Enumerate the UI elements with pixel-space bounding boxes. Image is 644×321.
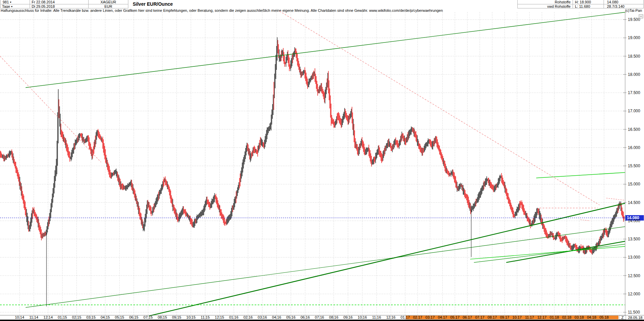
main-pink-diagonal [280, 11, 600, 205]
x-axis-label: 02.17 [413, 315, 422, 319]
y-axis-label: 12.000 [628, 292, 640, 296]
x-axis-label: 02.18 [562, 315, 572, 319]
y-axis-label: 17.000 [628, 109, 640, 113]
short-support-thick-green [506, 241, 625, 263]
y-axis-label: 19.000 [628, 35, 640, 40]
upper-channel-green [26, 12, 625, 88]
zoom-cell-label: Z [621, 316, 624, 320]
y-axis: 19.50019.00018.50018.00017.50017.00016.5… [623, 12, 640, 320]
x-axis-label: 01.18 [550, 315, 559, 319]
x-axis-label: 12.16 [386, 315, 396, 319]
x-axis-label: 04.16 [272, 315, 281, 319]
pink-short-segment [580, 220, 590, 221]
x-axis-label: 02.15 [72, 315, 82, 319]
collapse-axis-button[interactable] [639, 14, 643, 18]
x-axis-label: 11.16 [372, 315, 381, 319]
x-axis-label: 05.15 [115, 315, 124, 319]
x-axis-label: 03.18 [575, 315, 584, 319]
y-axis-label: 17.500 [628, 90, 640, 95]
mid-bright-green [536, 173, 625, 178]
current-price-marker: 14.080 [0, 215, 644, 221]
x-axis-label: 09.17 [500, 315, 509, 319]
short-support-thin-green [474, 244, 625, 262]
x-axis-label: 01.15 [58, 315, 67, 319]
x-axis-label: 05.18 [600, 315, 609, 319]
x-axis-label: 11.17 [525, 315, 534, 319]
long-support-thick-green [149, 203, 625, 316]
x-axis-label: 10.17 [512, 315, 522, 319]
x-axis-label: 04.17 [438, 315, 447, 319]
y-axis-label: 19.500 [628, 17, 640, 22]
y-axis-label: 16.500 [628, 127, 640, 132]
y-axis-label: 14.000 [628, 218, 640, 223]
x-axis-labels: 10.1411.1412.1401.1502.1503.1504.1505.15… [15, 315, 609, 319]
x-axis-label: 05.17 [450, 315, 460, 319]
y-axis-label: 18.500 [628, 54, 640, 59]
price-chart[interactable]: 10.1411.1412.1401.1502.1503.1504.1505.15… [0, 0, 644, 321]
x-axis-label: 12.14 [43, 315, 53, 319]
x-axis-label: 12.17 [537, 315, 547, 319]
x-axis-label: 11.14 [29, 315, 38, 319]
y-axis-label: 15.500 [628, 164, 640, 168]
x-axis-label: 03.15 [86, 315, 96, 319]
x-axis-label: 07.16 [315, 315, 324, 319]
x-axis-label: 03.17 [425, 315, 435, 319]
y-axis-label: 13.000 [628, 255, 640, 260]
left-pink-diagonal [0, 56, 101, 163]
long-support-thin-green [26, 227, 625, 308]
x-axis-label: 01.16 [229, 315, 238, 319]
x-axis-label: 08.15 [158, 315, 167, 319]
x-axis-label: 08.16 [329, 315, 339, 319]
x-axis-label: 09.16 [343, 315, 353, 319]
x-axis-label: 10.16 [358, 315, 367, 319]
x-axis-label: 04.15 [101, 315, 110, 319]
x-axis-label: 05.16 [286, 315, 296, 319]
x-axis-label: 02.16 [244, 315, 253, 319]
x-axis-label: 04.18 [587, 315, 597, 319]
y-axis-label: 11.500 [628, 310, 640, 315]
x-axis-label: 06.15 [129, 315, 138, 319]
pink-axis-segment [606, 198, 625, 200]
candlesticks [0, 37, 624, 307]
y-axis-label: 13.500 [628, 237, 640, 241]
y-axis-label: 15.000 [628, 182, 640, 186]
x-axis-label: 03.16 [258, 315, 267, 319]
taipan-chart-window: 981 ▾ Tage ▾ Fr 22.08.2014 Di 29.05.2018… [0, 0, 644, 321]
x-axis-label: 12.15 [215, 315, 224, 319]
x-axis-label: 10.14 [15, 315, 24, 319]
x-axis-label: 09.15 [172, 315, 182, 319]
x-axis-label: 10.15 [186, 315, 196, 319]
y-axis-label: 12.500 [628, 273, 640, 278]
x-axis-label: 06.17 [463, 315, 472, 319]
y-axis-label: 18.000 [628, 72, 640, 77]
x-axis-label: 11.15 [201, 315, 210, 319]
x-axis-label: 06.16 [300, 315, 310, 319]
footer-last-date: 28.05.18 [628, 316, 643, 320]
x-axis-label: 01.17 [400, 315, 410, 319]
trend-lines [0, 11, 625, 316]
x-axis-label: 08.17 [488, 315, 497, 319]
y-axis-label: 14.500 [628, 200, 640, 205]
y-axis-label: 16.000 [628, 145, 640, 150]
x-axis-label: 07.15 [143, 315, 153, 319]
x-axis-label: 07.17 [475, 315, 485, 319]
